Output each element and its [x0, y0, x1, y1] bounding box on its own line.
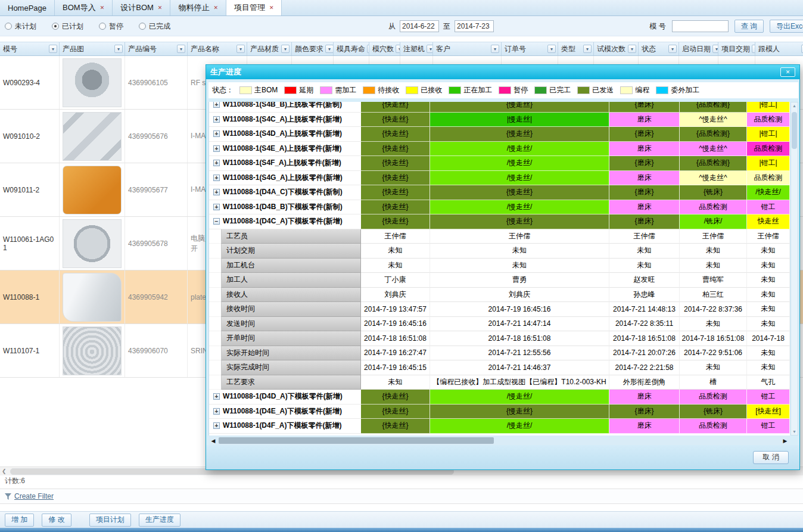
process-cell[interactable]: /铣床/ [680, 214, 747, 229]
process-cell[interactable]: {快走丝} [361, 419, 430, 434]
progress-row[interactable]: +W110088-1(S4F_A)上脱板零件(新增){快走丝}/慢走丝/{磨床}… [209, 156, 790, 171]
tab-close-icon[interactable]: ✕ [213, 5, 218, 11]
process-cell[interactable]: {快走丝} [361, 142, 430, 157]
progress-row[interactable]: +W110088-1(S4G_A)上脱板零件(新增){快走丝}/慢走丝/磨床^慢… [209, 171, 790, 186]
process-cell[interactable]: {慢走丝} [430, 102, 609, 113]
process-cell[interactable]: 品质检测 [680, 200, 747, 215]
modify-button[interactable]: 修 改 [42, 514, 71, 527]
process-cell[interactable]: {磨床} [609, 127, 680, 142]
filter-dropdown-icon[interactable]: ▾ [712, 45, 718, 53]
filter-dropdown-icon[interactable]: ▾ [628, 45, 636, 53]
process-cell[interactable]: {快走丝} [361, 127, 430, 142]
process-cell[interactable]: /慢走丝/ [430, 142, 609, 157]
expander-icon[interactable]: + [213, 204, 220, 210]
process-cell[interactable]: {品质检测} [680, 102, 747, 113]
column-header[interactable]: 项目交期▾ [718, 42, 755, 55]
progress-row[interactable]: +W110088-1(D4E_A)下模板零件(新增){快走丝}{慢走丝}{磨床}… [209, 405, 790, 419]
process-cell[interactable]: {慢走丝} [430, 405, 609, 419]
filter-dropdown-icon[interactable]: ▾ [325, 45, 334, 53]
process-cell[interactable]: /慢走丝/ [430, 419, 609, 434]
filter-dropdown-icon[interactable]: ▾ [427, 45, 433, 53]
column-header[interactable]: 产品名称▾ [188, 42, 247, 55]
process-cell[interactable]: {铣床} [680, 185, 747, 200]
tab-project-management[interactable]: 项目管理✕ [226, 0, 282, 15]
process-cell[interactable]: 磨床 [609, 419, 680, 434]
expander-icon[interactable]: − [213, 218, 220, 225]
tab-design-bom[interactable]: 设计BOM✕ [113, 0, 170, 15]
process-cell[interactable]: {磨床} [609, 156, 680, 171]
filter-dropdown-icon[interactable]: ▾ [114, 45, 123, 53]
date-from-input[interactable] [400, 20, 439, 32]
process-cell[interactable]: 品质检测 [747, 171, 790, 186]
filter-dropdown-icon[interactable]: ▾ [177, 45, 185, 53]
progress-row[interactable]: +W110088-1(D4D_A)下模板零件(新增){快走丝}/慢走丝/磨床品质… [209, 390, 790, 405]
dialog-titlebar[interactable]: 生产进度 ✕ [206, 65, 799, 79]
radio-paused[interactable]: 暂停 [99, 21, 123, 32]
tab-material-stop[interactable]: 物料停止✕ [170, 0, 226, 15]
process-cell[interactable]: 快走丝 [747, 214, 790, 229]
column-header[interactable]: 模穴数▾ [369, 42, 400, 55]
column-header[interactable]: 模具寿命▾ [334, 42, 369, 55]
process-cell[interactable]: {磨床} [609, 102, 680, 113]
process-cell[interactable]: {快走丝} [361, 200, 430, 215]
process-cell[interactable]: ^慢走丝^ [680, 171, 747, 186]
tab-close-icon[interactable]: ✕ [158, 5, 163, 11]
process-cell[interactable]: /慢走丝/ [430, 156, 609, 171]
process-cell[interactable]: 钳工 [747, 200, 790, 215]
column-header[interactable]: 客户▾ [433, 42, 502, 55]
cancel-button[interactable]: 取 消 [753, 451, 789, 464]
production-progress-button[interactable]: 生产进度 [139, 514, 180, 527]
process-cell[interactable]: [快走丝] [747, 405, 790, 419]
add-button[interactable]: 增 加 [5, 514, 34, 527]
process-cell[interactable]: 品质检测 [747, 142, 790, 157]
process-cell[interactable]: 钳工 [747, 419, 790, 434]
expander-icon[interactable]: + [213, 160, 220, 166]
filter-dropdown-icon[interactable]: ▾ [396, 45, 400, 53]
expander-icon[interactable]: + [213, 175, 220, 181]
scroll-left-icon[interactable]: ❮ [2, 468, 7, 474]
dialog-horizontal-scrollbar[interactable]: ◀ ▶ [208, 436, 790, 445]
radio-planned[interactable]: 已计划 [52, 21, 83, 32]
process-cell[interactable]: {快走丝} [361, 113, 430, 127]
process-cell[interactable]: |慢走丝| [430, 113, 609, 127]
tab-close-icon[interactable]: ✕ [100, 5, 105, 11]
expander-icon[interactable]: + [213, 130, 220, 137]
date-to-input[interactable] [455, 20, 494, 32]
expander-icon[interactable]: + [213, 422, 220, 429]
process-cell[interactable]: {快走丝} [361, 156, 430, 171]
column-header[interactable]: 颜色要求▾ [292, 42, 334, 55]
filter-dropdown-icon[interactable]: ▾ [281, 45, 290, 53]
project-plan-button[interactable]: 项目计划 [89, 514, 131, 527]
column-header[interactable]: 试模次数▾ [594, 42, 639, 55]
column-header[interactable]: 跟模人▾ [755, 42, 803, 55]
progress-row[interactable]: +W110088-1(S4C_A)上脱板零件(新增){快走丝}|慢走丝|磨床^慢… [209, 113, 790, 127]
process-cell[interactable]: 品质检测 [680, 390, 747, 405]
tab-bom-import[interactable]: BOM导入✕ [55, 0, 113, 15]
filter-dropdown-icon[interactable]: ▾ [236, 45, 245, 53]
process-cell[interactable]: {快走丝} [361, 214, 430, 229]
process-cell[interactable]: 品质检测 [680, 419, 747, 434]
scroll-up-icon[interactable]: ▲ [791, 104, 798, 108]
process-cell[interactable]: /慢走丝/ [430, 171, 609, 186]
process-cell[interactable]: {磨床} [609, 405, 680, 419]
filter-dropdown-icon[interactable]: ▾ [491, 45, 499, 53]
process-cell[interactable]: 磨床 [609, 171, 680, 186]
tab-close-icon[interactable]: ✕ [269, 5, 274, 11]
filter-dropdown-icon[interactable]: ▾ [583, 45, 592, 53]
column-header[interactable]: 注塑机▾ [400, 42, 433, 55]
process-cell[interactable]: {品质检测} [680, 127, 747, 142]
mold-no-input[interactable] [672, 20, 729, 32]
column-header[interactable]: 类型▾ [558, 42, 594, 55]
process-cell[interactable]: {慢走丝} [430, 185, 609, 200]
progress-row[interactable]: +W110088-1(S4D_A)上脱板零件(新增){快走丝}{慢走丝}{磨床}… [209, 127, 790, 142]
column-header[interactable]: 订单号▾ [502, 42, 558, 55]
expander-icon[interactable]: + [213, 189, 220, 195]
process-cell[interactable]: {快走丝} [361, 390, 430, 405]
process-cell[interactable]: 磨床 [609, 142, 680, 157]
column-header[interactable]: 模号▾ [0, 42, 60, 55]
query-button[interactable]: 查 询 [734, 20, 764, 33]
process-cell[interactable]: 磨床 [609, 113, 680, 127]
process-cell[interactable]: 磨床 [609, 200, 680, 215]
process-cell[interactable]: {品质检测} [680, 156, 747, 171]
process-cell[interactable]: {快走丝} [361, 405, 430, 419]
